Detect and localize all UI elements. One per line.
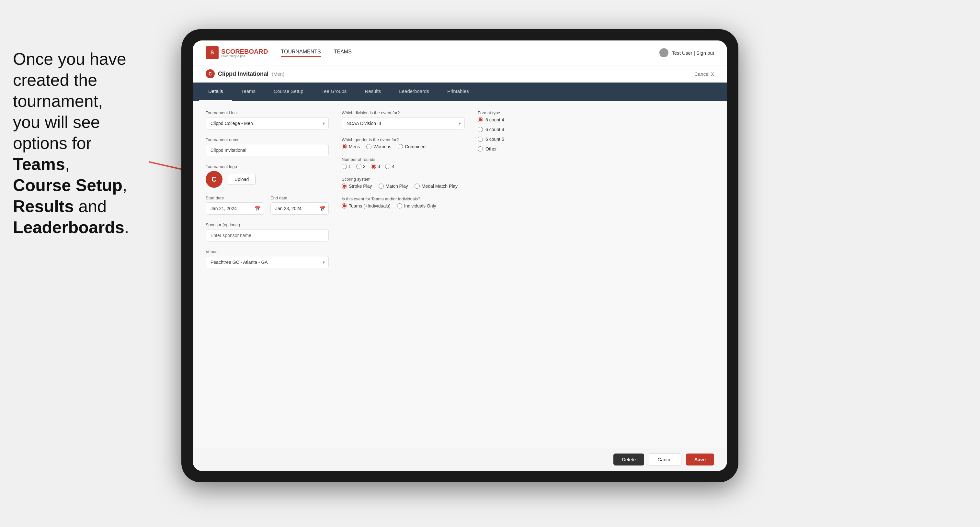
nav-tournaments[interactable]: TOURNAMENTS <box>281 49 321 57</box>
individuals-only-label: Individuals Only <box>404 203 436 208</box>
tournament-name-input[interactable] <box>206 144 329 156</box>
format-5count4-label: 5 count 4 <box>485 117 504 122</box>
rounds-3-option[interactable]: 3 <box>371 164 380 169</box>
text-leaderboards-bold: Leaderboards <box>13 218 124 237</box>
right-column: Format type 5 count 4 6 count 4 6 count … <box>478 110 568 438</box>
tab-details[interactable]: Details <box>199 83 232 101</box>
gender-mens-option[interactable]: Mens <box>342 144 360 149</box>
end-date-label: End date <box>270 195 329 200</box>
left-column: Tournament Host Clippd College - Men Tou… <box>206 110 329 438</box>
scoring-stroke-label: Stroke Play <box>349 184 372 189</box>
date-row: Start date 📅 End date 📅 <box>206 195 329 214</box>
user-avatar <box>659 48 668 57</box>
upload-button[interactable]: Upload <box>228 174 256 185</box>
rounds-2-radio[interactable] <box>356 164 361 169</box>
gender-womens-label: Womens <box>374 144 391 149</box>
cancel-button[interactable]: Cancel <box>649 453 681 466</box>
individuals-only-option[interactable]: Individuals Only <box>397 203 436 208</box>
scoring-stroke-radio[interactable] <box>342 184 347 189</box>
format-6count5-option[interactable]: 6 count 5 <box>478 137 568 142</box>
division-select-wrapper: NCAA Division III <box>342 117 465 130</box>
text-line3: tournament, <box>13 92 103 110</box>
gender-womens-radio[interactable] <box>366 144 371 149</box>
teams-plus-individuals-radio[interactable] <box>342 203 347 208</box>
footer-bar: Delete Cancel Save <box>193 448 727 471</box>
format-6count5-radio[interactable] <box>478 137 483 142</box>
individuals-only-radio[interactable] <box>397 203 402 208</box>
rounds-1-radio[interactable] <box>342 164 347 169</box>
tab-tee-groups[interactable]: Tee Groups <box>312 83 356 101</box>
teams-plus-individuals-option[interactable]: Teams (+Individuals) <box>342 203 391 208</box>
sponsor-group: Sponsor (optional) <box>206 222 329 241</box>
text-teams-bold: Teams <box>13 155 65 173</box>
scoring-medal-label: Medal Match Play <box>422 184 458 189</box>
end-date-group: End date 📅 <box>270 195 329 214</box>
tabs-bar: Details Teams Course Setup Tee Groups Re… <box>193 83 727 101</box>
gender-radio-group: Mens Womens Combined <box>342 144 465 149</box>
rounds-2-option[interactable]: 2 <box>356 164 366 169</box>
format-5count4-option[interactable]: 5 count 4 <box>478 117 568 122</box>
rounds-3-label: 3 <box>378 164 380 169</box>
logo-preview: C <box>206 171 223 188</box>
gender-womens-option[interactable]: Womens <box>366 144 391 149</box>
format-6count4-label: 6 count 4 <box>485 127 504 132</box>
rounds-3-radio[interactable] <box>371 164 376 169</box>
scoring-match-label: Match Play <box>386 184 408 189</box>
scoring-stroke-option[interactable]: Stroke Play <box>342 184 372 189</box>
tab-leaderboards[interactable]: Leaderboards <box>390 83 438 101</box>
division-label: Which division is the event for? <box>342 110 465 115</box>
rounds-radio-group: 1 2 3 4 <box>342 164 465 169</box>
sponsor-input[interactable] <box>206 229 329 241</box>
tournament-host-select[interactable]: Clippd College - Men <box>206 117 329 130</box>
scoring-medal-option[interactable]: Medal Match Play <box>415 184 458 189</box>
start-date-calendar-icon: 📅 <box>254 206 261 212</box>
gender-combined-radio[interactable] <box>398 144 403 149</box>
logo-icon: S <box>206 46 219 59</box>
teams-group: Is this event for Teams and/or Individua… <box>342 197 465 208</box>
venue-label: Venue <box>206 249 329 254</box>
tournament-name-group: Tournament name <box>206 137 329 156</box>
tournament-name: Clippd Invitational <box>218 71 269 77</box>
rounds-label: Number of rounds <box>342 157 465 162</box>
tournament-host-select-wrapper: Clippd College - Men <box>206 117 329 130</box>
rounds-1-option[interactable]: 1 <box>342 164 351 169</box>
save-button[interactable]: Save <box>686 454 714 465</box>
tab-teams[interactable]: Teams <box>232 83 265 101</box>
format-6count4-option[interactable]: 6 count 4 <box>478 127 568 132</box>
nav-links: TOURNAMENTS TEAMS <box>281 49 352 57</box>
tab-results[interactable]: Results <box>356 83 390 101</box>
main-content: Tournament Host Clippd College - Men Tou… <box>193 101 727 448</box>
format-other-option[interactable]: Other <box>478 146 568 151</box>
format-6count5-label: 6 count 5 <box>485 137 504 142</box>
tab-printables[interactable]: Printables <box>438 83 478 101</box>
nav-teams[interactable]: TEAMS <box>334 49 352 57</box>
text-line4: you will see <box>13 113 100 132</box>
gender-combined-option[interactable]: Combined <box>398 144 426 149</box>
start-date-label: Start date <box>206 195 264 200</box>
tab-course-setup[interactable]: Course Setup <box>265 83 312 101</box>
user-sign-out[interactable]: Test User | Sign out <box>672 50 714 56</box>
logo-name: SCOREBOARD <box>221 48 268 55</box>
nav-left-area: S SCOREBOARD Powered by clippd TOURNAMEN… <box>206 46 352 59</box>
text-line1: Once you have <box>13 49 126 68</box>
rounds-4-option[interactable]: 4 <box>385 164 395 169</box>
logo-area: S SCOREBOARD Powered by clippd <box>206 46 268 59</box>
tournament-logo-group: Tournament logo C Upload <box>206 164 329 188</box>
scoring-medal-radio[interactable] <box>415 184 420 189</box>
delete-button[interactable]: Delete <box>613 454 644 465</box>
format-6count4-radio[interactable] <box>478 127 483 132</box>
gender-combined-label: Combined <box>405 144 426 149</box>
sponsor-label: Sponsor (optional) <box>206 222 329 227</box>
logo-upload-area: C Upload <box>206 171 329 188</box>
venue-select[interactable]: Peachtree GC - Atlanta - GA <box>206 256 329 268</box>
tablet-screen: S SCOREBOARD Powered by clippd TOURNAMEN… <box>193 40 727 471</box>
division-select[interactable]: NCAA Division III <box>342 117 465 130</box>
scoring-match-radio[interactable] <box>379 184 384 189</box>
format-5count4-radio[interactable] <box>478 117 483 122</box>
end-date-calendar-icon: 📅 <box>319 206 326 212</box>
gender-mens-radio[interactable] <box>342 144 347 149</box>
format-other-radio[interactable] <box>478 146 483 151</box>
scoring-match-option[interactable]: Match Play <box>379 184 408 189</box>
rounds-4-radio[interactable] <box>385 164 390 169</box>
cancel-x-button[interactable]: Cancel X <box>694 71 714 77</box>
